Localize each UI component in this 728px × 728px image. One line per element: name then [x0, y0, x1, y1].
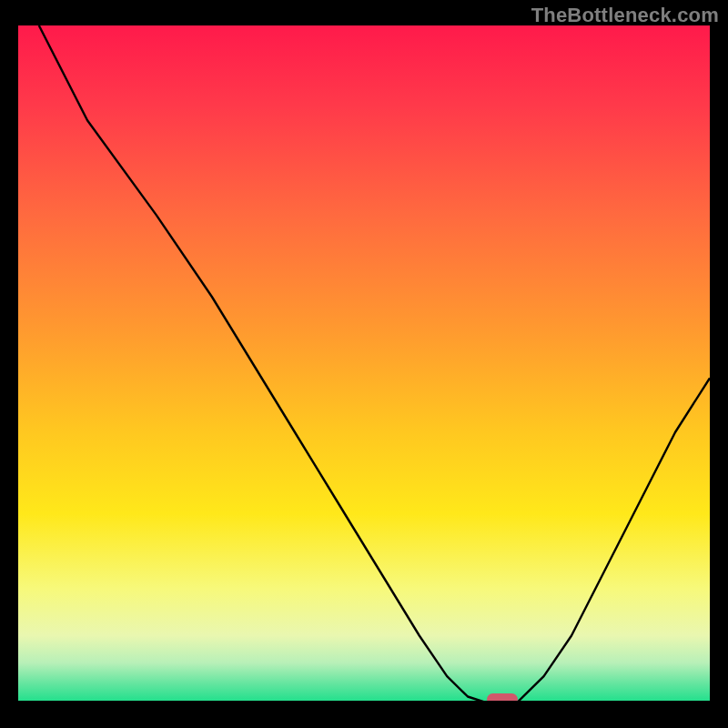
- chart-background: [18, 25, 710, 703]
- baseline: [18, 701, 710, 703]
- chart-frame: TheBottleneck.com: [0, 0, 728, 728]
- watermark-text: TheBottleneck.com: [531, 4, 719, 27]
- plot-area: [18, 25, 710, 703]
- chart-svg: [18, 25, 710, 703]
